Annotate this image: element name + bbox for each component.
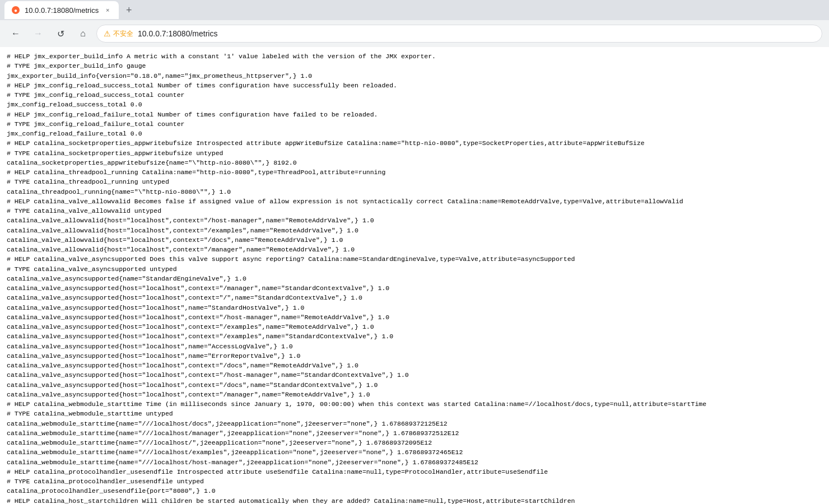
metrics-line: catalina_valve_asyncsupported{host="loca…: [7, 322, 822, 332]
metrics-line: catalina_valve_asyncsupported{host="loca…: [7, 293, 822, 302]
metrics-line: catalina_threadpool_running{name="\"http…: [7, 187, 822, 197]
metrics-line: catalina_valve_asyncsupported{host="loca…: [7, 332, 822, 341]
metrics-line: # HELP jmx_exporter_build_info A metric …: [7, 52, 822, 61]
metrics-line: # TYPE jmx_config_reload_success_total c…: [7, 90, 822, 100]
metrics-line: catalina_valve_allowvalid{host="localhos…: [7, 245, 822, 254]
url-display: 10.0.0.7:18080/metrics: [138, 29, 217, 38]
tab-title: 10.0.0.7:18080/metrics: [25, 6, 99, 15]
metrics-line: # TYPE catalina_valve_asyncsupported unt…: [7, 264, 822, 274]
address-bar[interactable]: ⚠ 不安全 10.0.0.7:18080/metrics: [96, 25, 822, 43]
metrics-line: # TYPE catalina_protocolhandler_usesendf…: [7, 477, 822, 486]
metrics-line: # TYPE jmx_config_reload_failure_total c…: [7, 119, 822, 129]
tab-close-button[interactable]: ×: [103, 6, 112, 15]
metrics-line: catalina_valve_asyncsupported{host="loca…: [7, 303, 822, 312]
metrics-line: catalina_valve_asyncsupported{host="loca…: [7, 380, 822, 390]
security-warning: ⚠ 不安全: [104, 29, 133, 39]
metrics-line: # HELP catalina_host_startchildren Will …: [7, 496, 822, 505]
metrics-line: catalina_valve_asyncsupported{host="loca…: [7, 342, 822, 351]
metrics-line: catalina_webmodule_starttime{name="///lo…: [7, 438, 822, 447]
warning-icon: ⚠: [104, 29, 111, 38]
metrics-line: catalina_valve_allowvalid{host="localhos…: [7, 226, 822, 235]
metrics-line: catalina_valve_allowvalid{host="localhos…: [7, 235, 822, 245]
metrics-line: catalina_valve_asyncsupported{name="Stan…: [7, 274, 822, 283]
title-bar: ● 10.0.0.7:18080/metrics × +: [0, 0, 829, 20]
metrics-line: catalina_webmodule_starttime{name="///lo…: [7, 447, 822, 457]
metrics-line: # HELP catalina_webmodule_starttime Time…: [7, 399, 822, 409]
metrics-line: catalina_valve_asyncsupported{host="loca…: [7, 361, 822, 370]
home-button[interactable]: ⌂: [74, 25, 92, 43]
tab-favicon: ●: [11, 6, 20, 15]
metrics-line: # HELP catalina_valve_allowvalid Becomes…: [7, 197, 822, 206]
metrics-line: jmx_exporter_build_info{version="0.18.0"…: [7, 71, 822, 81]
metrics-line: catalina_webmodule_starttime{name="///lo…: [7, 428, 822, 438]
metrics-line: # TYPE jmx_exporter_build_info gauge: [7, 61, 822, 71]
browser-tab[interactable]: ● 10.0.0.7:18080/metrics ×: [4, 1, 119, 19]
back-button[interactable]: ←: [7, 25, 25, 43]
metrics-line: catalina_valve_allowvalid{host="localhos…: [7, 216, 822, 225]
content-area: # HELP jmx_exporter_build_info A metric …: [0, 47, 829, 504]
metrics-line: # TYPE catalina_socketproperties_appwrit…: [7, 148, 822, 158]
metrics-line: # HELP jmx_config_reload_success_total N…: [7, 81, 822, 90]
metrics-line: # TYPE catalina_valve_allowvalid untyped: [7, 206, 822, 216]
new-tab-button[interactable]: +: [121, 2, 137, 18]
forward-button[interactable]: →: [29, 25, 47, 43]
security-warning-text: 不安全: [113, 29, 133, 39]
metrics-line: # TYPE catalina_threadpool_running untyp…: [7, 177, 822, 186]
metrics-line: # HELP catalina_protocolhandler_usesendf…: [7, 467, 822, 477]
metrics-line: catalina_valve_asyncsupported{host="loca…: [7, 370, 822, 380]
metrics-line: catalina_webmodule_starttime{name="///lo…: [7, 419, 822, 428]
metrics-line: catalina_socketproperties_appwritebufsiz…: [7, 158, 822, 167]
metrics-line: catalina_valve_asyncsupported{host="loca…: [7, 283, 822, 293]
metrics-content: # HELP jmx_exporter_build_info A metric …: [7, 52, 822, 504]
metrics-line: # HELP catalina_valve_asyncsupported Doe…: [7, 254, 822, 264]
metrics-line: # HELP catalina_threadpool_running Catal…: [7, 167, 822, 177]
metrics-line: catalina_valve_asyncsupported{host="loca…: [7, 390, 822, 399]
metrics-line: # HELP jmx_config_reload_failure_total N…: [7, 110, 822, 119]
metrics-line: catalina_valve_asyncsupported{host="loca…: [7, 312, 822, 322]
svg-text:●: ●: [14, 7, 17, 13]
refresh-button[interactable]: ↺: [52, 25, 69, 43]
metrics-line: # TYPE catalina_webmodule_starttime unty…: [7, 409, 822, 418]
metrics-line: jmx_config_reload_failure_total 0.0: [7, 129, 822, 138]
nav-bar: ← → ↺ ⌂ ⚠ 不安全 10.0.0.7:18080/metrics: [0, 20, 829, 47]
metrics-line: catalina_webmodule_starttime{name="///lo…: [7, 458, 822, 467]
metrics-line: catalina_protocolhandler_usesendfile{por…: [7, 486, 822, 496]
metrics-line: # HELP catalina_socketproperties_appwrit…: [7, 138, 822, 148]
metrics-line: catalina_valve_asyncsupported{host="loca…: [7, 351, 822, 361]
metrics-line: jmx_config_reload_success_total 0.0: [7, 100, 822, 109]
